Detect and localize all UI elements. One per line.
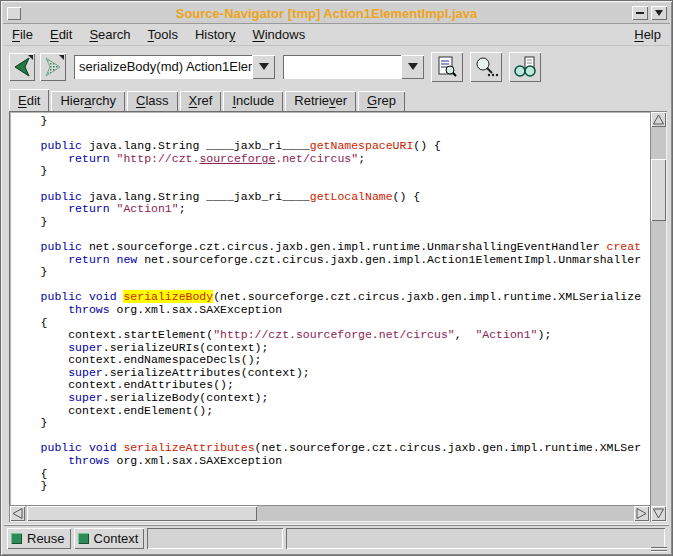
scroll-down-button[interactable] — [651, 506, 666, 521]
tab-class[interactable]: Class — [127, 91, 178, 111]
view-tabbar: EditHierarchyClassXrefIncludeRetrieverGr… — [4, 88, 669, 111]
code-line: public net.sourceforge.czt.circus.jaxb.g… — [13, 240, 654, 253]
code-line: } — [13, 479, 654, 492]
vertical-scrollbar-thumb[interactable] — [651, 159, 666, 221]
horizontal-scrollbar-thumb[interactable] — [27, 506, 257, 521]
code-line: throws org.xml.sax.SAXException — [13, 454, 654, 467]
code-line: public java.lang.String ____jaxb_ri____g… — [13, 190, 654, 203]
editor-button[interactable] — [431, 52, 463, 82]
tab-grep[interactable]: Grep — [358, 91, 405, 111]
tab-edit[interactable]: Edit — [9, 89, 49, 111]
code-line — [13, 429, 654, 442]
search-combobox[interactable] — [283, 55, 424, 79]
symbol-combobox-arrow-button[interactable] — [252, 55, 275, 79]
window-title: Source-Navigator [tmp] Action1ElementImp… — [21, 6, 632, 21]
menu-search[interactable]: Search — [89, 27, 130, 42]
reuse-led-icon — [11, 533, 22, 544]
reuse-label: Reuse — [27, 531, 65, 546]
code-line: return "http://czt.sourceforge.net/circu… — [13, 152, 654, 165]
context-led-icon — [78, 533, 89, 544]
scroll-right-icon — [635, 507, 648, 520]
scroll-up-button[interactable] — [651, 112, 666, 127]
code-line: { — [13, 467, 654, 480]
chevron-down-icon — [259, 63, 269, 70]
scroll-down-icon — [652, 507, 665, 520]
code-line — [13, 227, 654, 240]
window-menu-icon[interactable] — [7, 7, 21, 20]
editor-document-icon — [435, 55, 459, 79]
back-history-dropdown-icon — [28, 55, 33, 60]
tab-retriever[interactable]: Retriever — [285, 91, 356, 111]
code-line: context.endElement(); — [13, 404, 654, 417]
code-line: super.serializeBody(context); — [13, 391, 654, 404]
code-line: public java.lang.String ____jaxb_ri____g… — [13, 139, 654, 152]
menubar: FileEditSearchToolsHistoryWindowsHelp — [4, 23, 669, 46]
code-line: } — [13, 416, 654, 429]
menu-help[interactable]: Help — [634, 27, 661, 42]
minimize-button[interactable] — [632, 6, 648, 20]
history-forward-button[interactable] — [40, 53, 66, 81]
code-line: throws org.xml.sax.SAXException — [13, 303, 654, 316]
toolbar: serializeBody(md) Action1Elemen — [4, 45, 669, 88]
history-back-button[interactable] — [9, 53, 35, 81]
code-line: } — [13, 215, 654, 228]
tab-hierarchy[interactable]: Hierarchy — [51, 91, 125, 111]
forward-history-dropdown-icon — [59, 55, 64, 60]
shade-button[interactable] — [651, 6, 667, 20]
scroll-up-icon — [652, 113, 665, 126]
statusbar: ReuseContext — [4, 525, 669, 550]
code-editor[interactable]: } public java.lang.String ____jaxb_ri___… — [9, 111, 654, 508]
minimize-icon — [636, 12, 644, 14]
source-navigator-window: Source-Navigator [tmp] Action1ElementImp… — [0, 0, 673, 556]
menu-file[interactable]: File — [12, 27, 33, 42]
menu-edit[interactable]: Edit — [50, 27, 72, 42]
code-line — [13, 127, 654, 140]
search-button[interactable] — [470, 52, 502, 82]
code-line: super.serializeURIs(context); — [13, 341, 654, 354]
code-line: } — [13, 164, 654, 177]
scroll-left-icon — [11, 507, 24, 520]
highlighted-symbol: serializeBody — [123, 290, 213, 303]
tab-xref[interactable]: Xref — [180, 91, 222, 111]
code-line: { — [13, 316, 654, 329]
code-line — [13, 177, 654, 190]
chevron-down-icon — [408, 63, 418, 70]
tab-include[interactable]: Include — [223, 91, 283, 111]
menu-windows[interactable]: Windows — [252, 27, 305, 42]
vertical-scrollbar[interactable] — [650, 111, 667, 522]
reuse-toggle-button[interactable]: Reuse — [7, 528, 71, 549]
retriever-button[interactable] — [509, 52, 541, 82]
retriever-binoculars-icon — [512, 55, 538, 79]
code-line: super.serializeAttributes(context); — [13, 366, 654, 379]
code-line — [13, 278, 654, 291]
scroll-right-button[interactable] — [634, 506, 649, 521]
search-magnifier-icon — [473, 55, 499, 79]
code-line: return new net.sourceforge.czt.circus.ja… — [13, 253, 654, 266]
menu-tools[interactable]: Tools — [148, 27, 178, 42]
search-combobox-field[interactable] — [283, 55, 401, 79]
code-line: public void serializeBody(net.sourceforg… — [13, 290, 654, 303]
code-line: return "Action1"; — [13, 202, 654, 215]
code-line: public void serializeAttributes(net.sour… — [13, 441, 654, 454]
code-line: context.startElement("http://czt.sourcef… — [13, 328, 654, 341]
code-line: } — [13, 114, 654, 127]
context-label: Context — [94, 531, 139, 546]
titlebar[interactable]: Source-Navigator [tmp] Action1ElementImp… — [3, 3, 670, 24]
shade-down-icon — [655, 10, 663, 16]
status-panel-small — [147, 528, 283, 549]
symbol-combobox-field[interactable]: serializeBody(md) Action1Elemen — [74, 55, 252, 79]
status-message-area — [286, 528, 665, 549]
search-combobox-arrow-button[interactable] — [401, 55, 424, 79]
code-line: context.endNamespaceDecls(); — [13, 353, 654, 366]
scroll-left-button[interactable] — [10, 506, 25, 521]
horizontal-scrollbar[interactable] — [9, 505, 650, 522]
menu-history[interactable]: History — [195, 27, 235, 42]
code-line: context.endAttributes(); — [13, 378, 654, 391]
resize-grip[interactable] — [651, 546, 667, 553]
context-toggle-button[interactable]: Context — [74, 528, 145, 549]
code-line: } — [13, 265, 654, 278]
symbol-combobox[interactable]: serializeBody(md) Action1Elemen — [74, 55, 275, 79]
